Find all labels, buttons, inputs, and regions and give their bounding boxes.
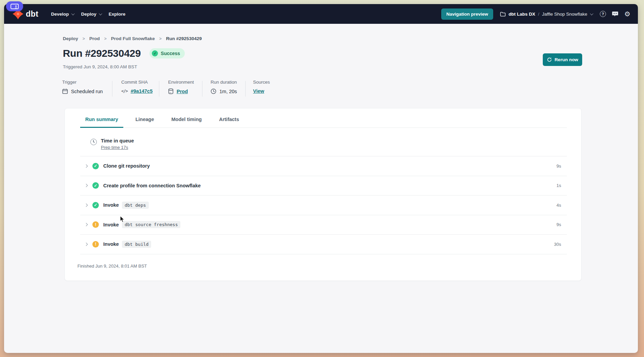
environment-link[interactable]: Prod xyxy=(177,89,188,94)
tab-run-summary[interactable]: Run summary xyxy=(80,117,123,128)
meta-divider xyxy=(245,81,246,97)
expand-chevron-icon[interactable] xyxy=(83,204,89,206)
project-picker[interactable]: dbt Labs DX / Jaffle Shop Snowflake xyxy=(500,12,592,17)
tab-lineage[interactable]: Lineage xyxy=(130,117,159,128)
expand-chevron-icon[interactable] xyxy=(83,184,89,187)
app-window: dbt Develop Deploy Explore Navigation pr… xyxy=(4,4,638,353)
account-project-separator: / xyxy=(538,12,539,17)
triggered-timestamp: Triggered Jun 9, 2024, 8:00 AM BST xyxy=(63,64,137,69)
code-icon: </> xyxy=(121,89,128,94)
expand-chevron-icon[interactable] xyxy=(83,165,89,167)
breadcrumb-separator: > xyxy=(104,36,107,41)
nav-right-group: Navigation preview dbt Labs DX / Jaffle … xyxy=(441,8,631,20)
step-label: Invoke xyxy=(103,222,119,227)
step-row-dbt-build[interactable]: ! Invoke dbt build 30s xyxy=(80,235,567,254)
feedback-icon[interactable] xyxy=(611,10,619,18)
prep-time-link[interactable]: Prep time 17s xyxy=(101,145,134,150)
step-label: Create profile from connection Snowflake xyxy=(103,183,201,188)
nav-menu-develop[interactable]: Develop xyxy=(47,8,77,20)
nav-icons-group: ? ⚙ xyxy=(599,10,631,18)
status-badge-label: Success xyxy=(161,51,180,56)
meta-run-duration: Run duration 1m, 20s xyxy=(211,80,237,94)
nav-menu-deploy-label: Deploy xyxy=(81,12,96,17)
step-command: dbt build xyxy=(122,241,151,248)
calendar-icon xyxy=(62,88,68,94)
meta-trigger: Trigger Scheduled run xyxy=(62,80,103,94)
tab-bar: Run summary Lineage Model timing Artifac… xyxy=(80,108,567,128)
breadcrumb-job[interactable]: Prod Full Snowflake xyxy=(111,36,155,41)
finished-timestamp: Finished Jun 9, 2024, 8:01 AM BST xyxy=(65,254,581,269)
breadcrumb-deploy[interactable]: Deploy xyxy=(63,36,78,41)
meta-divider xyxy=(202,81,202,97)
page-title-row: Run #292530429 ✓ Success xyxy=(63,48,185,59)
expand-chevron-icon[interactable] xyxy=(83,243,89,245)
breadcrumb-separator: > xyxy=(83,36,85,41)
step-row-dbt-source-freshness[interactable]: ! Invoke dbt source freshness 9s xyxy=(80,215,567,235)
clock-icon xyxy=(211,88,216,94)
breadcrumb: Deploy > Prod > Prod Full Snowflake > Ru… xyxy=(63,36,202,41)
status-badge: ✓ Success xyxy=(149,48,185,58)
meta-divider xyxy=(159,81,159,97)
meta-trigger-label: Trigger xyxy=(62,80,103,85)
step-row-create-profile[interactable]: ✓ Create profile from connection Snowfla… xyxy=(80,176,567,196)
settings-gear-icon[interactable]: ⚙ xyxy=(624,10,631,18)
queue-title: Time in queue xyxy=(101,138,134,143)
meta-environment: Environment Prod xyxy=(168,80,194,94)
step-status-icon: ✓ xyxy=(92,182,99,189)
meta-commit-sha: Commit SHA </> #9a147c5 xyxy=(121,80,153,94)
dbt-logo-text: dbt xyxy=(26,10,38,19)
sources-view-link[interactable]: View xyxy=(253,88,264,94)
nav-left-group: dbt Develop Deploy Explore xyxy=(12,8,129,20)
meta-sources: Sources View xyxy=(253,80,270,94)
nav-menu-develop-label: Develop xyxy=(51,12,69,17)
commit-sha-link[interactable]: #9a147c5 xyxy=(131,88,153,94)
step-command: dbt source freshness xyxy=(122,221,181,228)
navigation-preview-button[interactable]: Navigation preview xyxy=(441,8,493,20)
step-label: Invoke xyxy=(103,241,119,247)
tab-model-timing[interactable]: Model timing xyxy=(166,117,207,128)
meta-sources-label: Sources xyxy=(253,80,270,85)
meta-divider xyxy=(112,81,112,97)
check-icon: ✓ xyxy=(152,50,158,56)
meta-environment-label: Environment xyxy=(168,80,194,85)
nav-menu-deploy[interactable]: Deploy xyxy=(77,8,105,20)
step-status-icon: ! xyxy=(92,241,99,248)
step-duration: 4s xyxy=(556,203,567,208)
step-duration: 1s xyxy=(556,183,567,188)
meta-trigger-value: Scheduled run xyxy=(71,89,103,94)
step-status-icon: ✓ xyxy=(92,163,99,169)
main-menu: Develop Deploy Explore xyxy=(47,8,129,20)
nav-menu-explore[interactable]: Explore xyxy=(105,8,129,20)
expand-chevron-icon[interactable] xyxy=(83,223,89,226)
breadcrumb-prod[interactable]: Prod xyxy=(89,36,100,41)
page-title: Run #292530429 xyxy=(63,48,141,59)
meta-commit-label: Commit SHA xyxy=(121,80,153,85)
step-row-dbt-deps[interactable]: ✓ Invoke dbt deps 4s xyxy=(80,196,567,215)
step-command: dbt deps xyxy=(122,202,149,209)
step-duration: 30s xyxy=(554,242,567,247)
step-duration: 9s xyxy=(556,164,567,169)
step-row-clone-git[interactable]: ✓ Clone git repository 9s xyxy=(80,156,567,176)
run-detail-page: Deploy > Prod > Prod Full Snowflake > Ru… xyxy=(4,24,638,353)
rerun-now-label: Rerun now xyxy=(555,57,578,62)
run-summary-card: Run summary Lineage Model timing Artifac… xyxy=(65,108,582,281)
run-meta-row: Trigger Scheduled run Commit SHA </> #9 xyxy=(4,80,638,100)
meta-duration-label: Run duration xyxy=(211,80,237,85)
breadcrumb-run: Run #292530429 xyxy=(166,36,202,41)
help-icon[interactable]: ? xyxy=(599,10,607,18)
step-label: Invoke xyxy=(103,202,119,208)
folder-icon xyxy=(500,12,506,17)
chevron-down-icon xyxy=(71,12,75,15)
account-name: dbt Labs DX xyxy=(508,12,535,17)
screen-share-badge xyxy=(6,1,23,11)
screen-share-icon xyxy=(11,4,19,9)
time-in-queue-section: Time in queue Prep time 17s xyxy=(80,128,567,156)
chevron-down-icon xyxy=(590,12,593,15)
rerun-now-button[interactable]: Rerun now xyxy=(543,53,582,66)
chevron-down-icon xyxy=(99,12,102,15)
tab-artifacts[interactable]: Artifacts xyxy=(214,117,244,128)
meta-duration-value: 1m, 20s xyxy=(219,89,237,94)
step-status-icon: ✓ xyxy=(92,202,99,208)
top-navigation: dbt Develop Deploy Explore Navigation pr… xyxy=(4,4,638,24)
nav-menu-explore-label: Explore xyxy=(109,12,126,17)
